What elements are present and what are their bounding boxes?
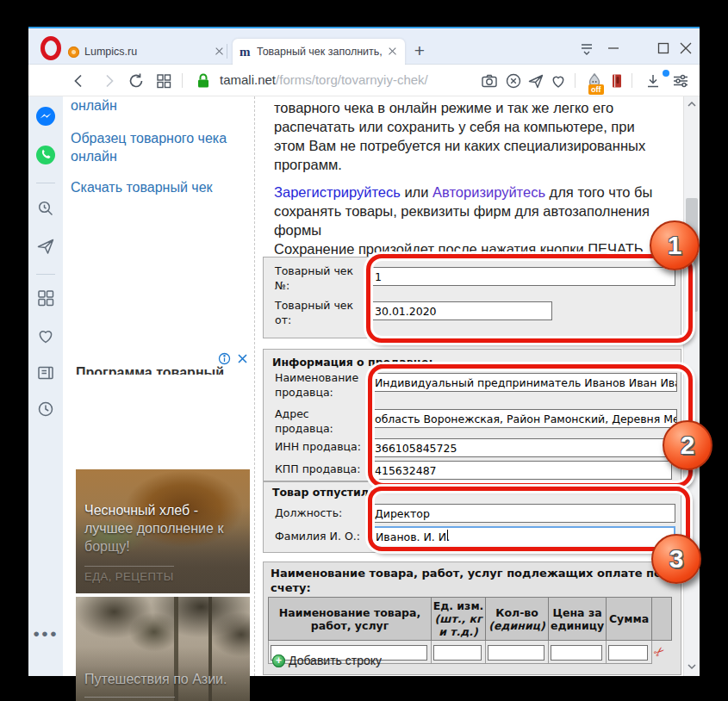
annotation-badge-1: 1 <box>650 220 700 270</box>
tab-close-icon[interactable] <box>386 45 400 59</box>
item-sum-input[interactable] <box>608 645 648 661</box>
snapshot-camera-icon[interactable] <box>480 71 499 90</box>
news-icon[interactable] <box>35 363 56 383</box>
col-name: Наименование товара, работ, услуг <box>269 598 432 641</box>
item-qty-input[interactable] <box>488 645 544 661</box>
lumpics-favicon-icon <box>68 47 79 58</box>
seller-inn-label: ИНН продавца: <box>275 439 370 454</box>
flow-plane-icon[interactable] <box>35 236 56 257</box>
items-fieldset: Наименование товара, работ, услуг подлеж… <box>263 561 681 675</box>
table-header-row: Наименование товара, работ, услуг Ед. из… <box>269 598 672 641</box>
toolbar-divider <box>182 73 183 88</box>
forward-icon[interactable] <box>99 71 118 90</box>
titlebar: Lumpics.ru m Товарный чек заполнить, + <box>28 28 700 65</box>
sidebar-divider <box>36 183 55 183</box>
scroll-up-icon[interactable] <box>684 98 700 112</box>
item-unit-input[interactable] <box>433 645 482 661</box>
speed-dial-grid-icon[interactable] <box>35 288 56 308</box>
annotation-rect-2 <box>368 364 693 487</box>
ad-headline[interactable]: Программа товарный <box>76 364 248 375</box>
seller-name-label: Наименование продавца: <box>275 370 365 400</box>
toolbar-divider <box>632 73 632 88</box>
delete-row-scissors-icon[interactable]: ✂ <box>650 642 669 661</box>
col-actions <box>652 598 672 641</box>
items-heading: Наименование товара, работ, услуг подлеж… <box>271 566 681 595</box>
col-qty: Кол-во(единиц) <box>486 598 549 641</box>
intro-paragraph: товарного чека в онлайн режиме и так же … <box>274 98 683 174</box>
secure-lock-icon[interactable] <box>194 71 213 90</box>
tab-lumpics[interactable]: Lumpics.ru <box>63 39 232 65</box>
minimize-button[interactable] <box>604 39 623 59</box>
tab-divider <box>227 44 227 59</box>
col-unit: Ед. изм.(шт., кг и т.д.) <box>432 598 486 641</box>
text: для того что бы <box>545 184 652 200</box>
col-sum: Сумма <box>607 598 652 641</box>
annotation-rect-1 <box>366 254 693 343</box>
maximize-button[interactable] <box>654 39 673 59</box>
position-label: Должность: <box>275 506 370 520</box>
plus-icon: + <box>272 654 285 667</box>
toolbar: tamali.net/forms/torg/tovarnyiy-chek/ of… <box>28 65 700 96</box>
tab-label: Товарный чек заполнить, <box>257 46 386 58</box>
item-price-input[interactable] <box>551 645 602 661</box>
new-tab-button[interactable]: + <box>409 40 430 61</box>
settings-sliders-icon[interactable] <box>671 71 690 90</box>
text-line: сохранять товары, реквизиты фирм для авт… <box>274 202 683 220</box>
col-price: Цена за единицу <box>549 598 607 641</box>
browser-window: Lumpics.ru m Товарный чек заполнить, + <box>28 27 700 674</box>
bookmarks-heart-icon[interactable] <box>35 326 56 346</box>
desktop-background: Lumpics.ru m Товарный чек заполнить, + <box>0 0 728 701</box>
whatsapp-icon[interactable] <box>35 145 56 165</box>
add-row-button[interactable]: + Добавить строку <box>272 654 382 667</box>
blocked-ads-icon[interactable] <box>504 71 523 90</box>
tamali-favicon-icon: m <box>240 46 252 58</box>
seller-address-label: Адрес продавца: <box>275 406 365 436</box>
sidebar: ●●● <box>28 96 63 676</box>
downloads-icon[interactable] <box>644 71 663 90</box>
ad-card-category: ПУТЕШЕСТВИЯ <box>84 697 175 701</box>
register-line: Зарегистрируйтесь или Авторизируйтесь дл… <box>274 183 683 202</box>
register-link[interactable]: Зарегистрируйтесь <box>274 184 401 200</box>
ad-image-bread[interactable]: Чесночный хлеб - лучшее дополнение к бор… <box>76 469 250 593</box>
address-bar[interactable]: tamali.net/forms/torg/tovarnyiy-chek/ <box>220 72 428 87</box>
sidebar-more-icon[interactable]: ●●● <box>28 627 63 640</box>
tab-tovarny-chek[interactable]: m Товарный чек заполнить, <box>233 39 405 65</box>
annotation-badge-2: 2 <box>663 420 712 470</box>
speed-dial-icon[interactable] <box>154 71 173 90</box>
close-button[interactable] <box>676 39 695 59</box>
text-line: формы <box>274 220 683 239</box>
toolbar-divider <box>575 73 576 88</box>
download-notification-dot <box>663 70 669 77</box>
surname-label: Фамилия И. О.: <box>275 529 370 543</box>
bookmark-heart-icon[interactable] <box>549 71 568 90</box>
text: или <box>401 184 432 200</box>
messenger-icon[interactable] <box>35 106 56 127</box>
ad-image-palms[interactable]: Путешествия по Азии. ПУТЕШЕСТВИЯ <box>76 597 250 701</box>
intro-line: этом Вам не потребуется ни каких специал… <box>274 136 683 155</box>
tab-close-icon[interactable] <box>213 45 227 59</box>
history-clock-icon[interactable] <box>35 399 56 419</box>
add-row-label: Добавить строку <box>289 654 382 667</box>
my-flow-icon[interactable] <box>526 71 545 90</box>
wallet-book-icon[interactable] <box>607 71 626 90</box>
back-icon[interactable] <box>70 71 89 90</box>
intro-line: товарного чека в онлайн режиме и так же … <box>274 98 683 117</box>
link-obrazec[interactable]: Образец товарного чека онлайн <box>71 129 243 165</box>
url-host: tamali.net <box>220 72 276 87</box>
tab-menu-icon[interactable] <box>577 39 596 59</box>
link-online[interactable]: онлайн <box>71 96 243 115</box>
opera-logo-icon[interactable] <box>40 36 61 60</box>
authorize-link[interactable]: Авторизируйтесь <box>432 184 545 200</box>
link-skachat[interactable]: Скачать товарный чек <box>71 178 243 196</box>
url-path: /forms/torg/tovarnyiy-chek/ <box>276 72 428 87</box>
scroll-down-icon[interactable] <box>684 661 700 674</box>
vpn-off-badge: off <box>588 84 604 95</box>
tab-label: Lumpics.ru <box>84 46 213 58</box>
sidebar-divider <box>36 274 55 275</box>
intro-line: программ. <box>274 155 683 174</box>
seller-kpp-label: КПП продавца: <box>275 462 370 476</box>
ad-card-title: Чесночный хлеб - лучшее дополнение к бор… <box>84 501 244 555</box>
ad-card-category: ЕДА, РЕЦЕПТЫ <box>84 566 174 583</box>
history-search-icon[interactable] <box>35 198 56 219</box>
reload-icon[interactable] <box>127 71 146 90</box>
